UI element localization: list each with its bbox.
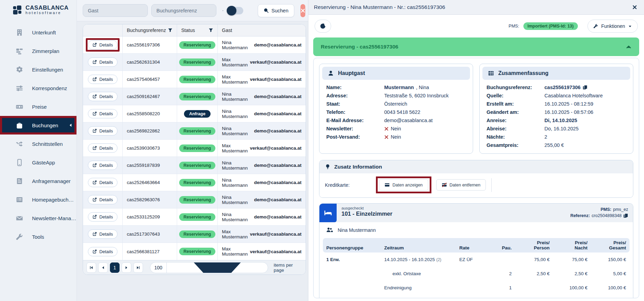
- chevron-down-icon: [628, 24, 632, 28]
- sidebar-item-zimmerplan[interactable]: Zimmerplan: [0, 42, 76, 60]
- sidebar-item-einstellungen[interactable]: Einstellungen: [0, 60, 76, 79]
- list-icon: [16, 196, 23, 203]
- remove-card-data-button[interactable]: Daten entfernen: [436, 179, 486, 191]
- extlink-icon: [92, 43, 97, 47]
- guest-cell: Max Mustermann verkauf@casablanca.at: [218, 243, 306, 260]
- sidebar-item-homepagebuchung[interactable]: Homepagebuchung: [0, 190, 76, 209]
- field-label: Geändert am:: [487, 109, 544, 115]
- field-label: Gesamtpreis:: [487, 142, 544, 148]
- details-button[interactable]: Details: [88, 75, 117, 84]
- gear-icon: [16, 66, 23, 73]
- sidebar-item-label: Einstellungen: [32, 67, 63, 73]
- reservation-section-title: Reservierung - cas2556197306: [321, 44, 398, 50]
- close-panel-icon[interactable]: [632, 5, 637, 10]
- last-page-button[interactable]: [133, 262, 143, 273]
- extlink-icon: [92, 94, 97, 99]
- auto-refresh-icon[interactable]: [223, 7, 223, 15]
- copy-icon[interactable]: [583, 85, 587, 90]
- person-group: [323, 267, 381, 281]
- preis-nacht: 75,00 €: [553, 252, 591, 267]
- kreditkarte-label: Kreditkarte:: [325, 182, 376, 188]
- copy-icon[interactable]: [623, 213, 628, 218]
- details-button[interactable]: Details: [88, 109, 117, 118]
- header-guest: Gast: [218, 24, 306, 36]
- collapse-section-icon[interactable]: [626, 44, 632, 50]
- sidebar-item-unterkunft[interactable]: Unterkunft: [0, 23, 76, 42]
- auto-refresh-toggle[interactable]: [227, 7, 243, 14]
- guest-cell: Nina Mustermann demo@casablanca.at: [218, 157, 306, 174]
- field-row: Gesamtpreis:255,00 €: [487, 141, 627, 149]
- first-page-button[interactable]: [86, 262, 96, 273]
- funktionen-dropdown-button[interactable]: Funktionen: [587, 20, 638, 33]
- rate: [456, 267, 490, 281]
- details-button[interactable]: Details: [88, 143, 117, 153]
- price-col-header: Rate: [456, 238, 490, 252]
- guest-cell: Nina Mustermann demo@casablanca.at: [218, 36, 306, 53]
- page-size-select[interactable]: 100: [150, 262, 268, 273]
- sidebar-item-label: Schnittstellen: [32, 141, 63, 147]
- detail-toolbar: PMS: Importiert (PMS-Id: 13) Funktionen: [308, 15, 644, 37]
- sidebar-item-g-steapp[interactable]: GästeApp: [0, 153, 76, 172]
- booking-ref-cell: cas2539030673: [123, 140, 177, 157]
- building-icon: [16, 29, 23, 36]
- table-body: Detailscas2556197306ReservierungNina Mus…: [83, 36, 306, 260]
- reload-reservation-button[interactable]: [315, 20, 331, 33]
- current-page-button[interactable]: 1: [110, 262, 120, 273]
- details-button[interactable]: Details: [88, 247, 117, 256]
- field-value: cas2556197306: [544, 85, 587, 90]
- person-group: [323, 281, 381, 295]
- field-row: Geändert am:16.10.2025 - 08:57:06: [487, 108, 627, 116]
- pauschale: 1: [490, 281, 515, 295]
- hauptgast-title: Hauptgast: [338, 70, 365, 76]
- sidebar-item-label: Homepagebuchung: [32, 197, 76, 203]
- details-button[interactable]: Details: [88, 126, 117, 136]
- show-card-data-button[interactable]: Daten anzeigen: [379, 179, 428, 191]
- details-button[interactable]: Details: [88, 161, 117, 170]
- table-row: Detailscas2569822862ReservierungNina Mus…: [83, 122, 306, 140]
- booking-ref-cell: cas2558508220: [123, 105, 177, 122]
- preis-gesamt: 150,00 €: [591, 252, 630, 267]
- details-button[interactable]: Details: [88, 229, 117, 239]
- occupant-name: Nina Mustermann: [338, 227, 376, 233]
- booking-ref-cell: cas2526463664: [123, 174, 177, 191]
- sidebar-item-newsletter-managemen-[interactable]: Newsletter-Managemen...: [0, 209, 76, 227]
- guest-cell: Nina Mustermann demo@casablanca.at: [218, 174, 306, 191]
- filter-icon[interactable]: [208, 28, 213, 33]
- field-value: 16.10.2025 - 08:57:06: [544, 109, 593, 115]
- details-button[interactable]: Details: [88, 195, 117, 204]
- table-row: Detailscas2509162467ReservierungNina Mus…: [83, 88, 306, 105]
- details-button[interactable]: Details: [88, 212, 117, 222]
- sidebar-item-preise[interactable]: Preise: [0, 97, 76, 116]
- filter-icon[interactable]: [168, 28, 173, 33]
- details-button[interactable]: Details: [88, 178, 117, 187]
- person-icon: [328, 70, 334, 76]
- guest-search-input[interactable]: [83, 4, 148, 17]
- extlink-icon: [92, 249, 97, 254]
- sidebar-item-buchungen[interactable]: Buchungen: [0, 116, 76, 135]
- zeitraum: exkl. Ortstaxe: [381, 267, 456, 281]
- status-badge: Reservierung: [179, 127, 216, 135]
- field-value: 0043 5418 5622: [384, 109, 420, 115]
- next-page-button[interactable]: [122, 262, 131, 273]
- room-pms-value: pms_ez: [613, 206, 628, 213]
- prev-page-button[interactable]: [98, 262, 108, 273]
- sidebar-item-anfragemanager[interactable]: Anfragemanager: [0, 172, 76, 190]
- sidebar-item-korrespondenz[interactable]: Korrespondenz: [0, 79, 76, 97]
- extlink-icon: [92, 180, 97, 185]
- field-value: 2: [544, 134, 547, 140]
- sidebar-item-tools[interactable]: Tools: [0, 227, 76, 246]
- sidebar-menu: UnterkunftZimmerplanEinstellungenKorresp…: [0, 23, 76, 246]
- details-button[interactable]: Details: [88, 40, 117, 50]
- clear-search-button[interactable]: [300, 4, 305, 17]
- search-button[interactable]: Suchen: [258, 4, 294, 17]
- booking-ref-search-input[interactable]: [151, 4, 216, 17]
- pagination-bar: 1 100 items per page: [83, 260, 306, 275]
- zusammenfassung-card: Zusammenfassung Buchungsreferenz:cas2556…: [479, 64, 633, 154]
- sidebar-item-schnittstellen[interactable]: Schnittstellen: [0, 135, 76, 153]
- table-row: Detailscas2539030673ReservierungMax Must…: [83, 140, 306, 157]
- details-button[interactable]: Details: [88, 92, 117, 101]
- field-label: Name:: [326, 85, 384, 90]
- field-value: Do, 16.10.2025: [544, 126, 579, 131]
- details-button[interactable]: Details: [88, 57, 117, 67]
- reservation-section-header[interactable]: Reservierung - cas2556197306: [313, 37, 639, 56]
